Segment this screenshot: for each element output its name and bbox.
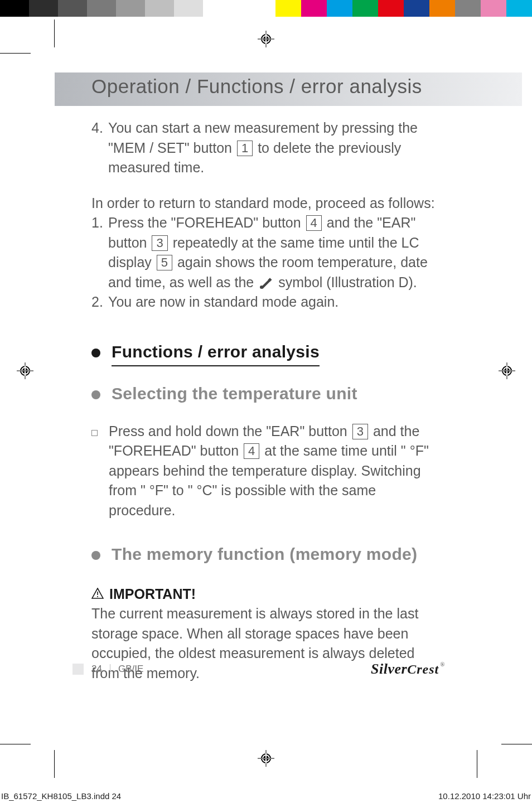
bullet-icon [91,390,100,399]
list-item: Press and hold down the "EAR" button 3 a… [91,422,444,521]
footer-left: 24 GB/IE [72,664,143,675]
bullet-icon [91,349,100,357]
printed-page: Operation / Functions / error analysis 4… [0,0,532,803]
brand-word-a: Silver [371,661,407,677]
color-swatch [455,0,481,17]
page-footer: 24 GB/IE SilverCrest® [72,661,445,678]
heading-row: Functions / error analysis [91,340,444,367]
step-item: 2. You are now in standard mode again. [108,292,444,312]
color-swatch [506,0,532,17]
body-text: In order to return to standard mode, pro… [91,194,444,214]
crop-mark [54,20,55,47]
body-text: Press the "FOREHEAD" button [108,215,305,230]
step-number: 1. [91,213,103,233]
locale-label: GB/IE [118,664,143,675]
divider-icon [110,664,110,674]
button-reference: 1 [237,141,253,156]
slug-filename: IB_61572_KH8105_LB3.indd 24 [1,791,121,801]
color-swatch [352,0,378,17]
crop-mark [501,744,532,744]
slug-datetime: 10.12.2010 14:23:01 Uhr [438,791,531,801]
gray-swatch [29,0,58,17]
body-text: symbol (Illustration D). [274,274,417,290]
registered-icon: ® [440,661,445,667]
registration-mark-right [499,362,515,379]
subsection-heading: Selecting the temperature unit [112,382,357,406]
button-reference: 3 [152,235,167,251]
crop-mark [477,750,477,778]
color-swatch [429,0,455,17]
registration-mark-bottom [258,750,274,767]
color-swatch [327,0,352,17]
color-calibration-bar-top [0,0,532,17]
page-title: Operation / Functions / error analysis [91,75,422,98]
gray-swatch [145,0,174,17]
gray-swatch [87,0,116,17]
color-swatch [404,0,429,17]
registration-mark-left [17,362,33,379]
color-swatch [481,0,506,17]
body-text: Press and hold down the "EAR" button [109,423,351,439]
bullet-icon [91,551,100,560]
gray-swatch [58,0,87,17]
footer-square-icon [72,664,84,675]
button-reference: 5 [157,255,172,270]
print-slug-line: IB_61572_KH8105_LB3.indd 24 10.12.2010 1… [1,791,531,801]
step-number: 2. [91,292,103,312]
thermometer-icon [259,274,273,287]
crop-mark [0,53,31,54]
step-item: 4. You can start a new measurement by pr… [108,118,444,178]
registration-mark-top [258,31,274,47]
button-reference: 4 [306,215,322,231]
gray-swatch [116,0,145,17]
step-number: 4. [91,118,103,138]
gray-swatch [174,0,203,17]
subsection-heading: The memory function (memory mode) [112,543,417,567]
document-body: 4. You can start a new measurement by pr… [91,118,444,699]
gray-swatch [203,0,232,17]
crop-mark [54,750,55,778]
warning-triangle-icon [91,584,104,596]
body-text: You are now in standard mode again. [108,294,338,309]
color-swatch [250,0,275,17]
color-swatch [378,0,404,17]
page-number: 24 [91,664,102,675]
heading-row: The memory function (memory mode) [91,543,444,567]
brand-logo: SilverCrest® [371,661,445,678]
important-label: IMPORTANT! [109,584,196,604]
checkbox-bullet-icon [91,430,98,436]
section-heading: Functions / error analysis [112,340,320,367]
svg-point-3 [97,596,98,597]
button-reference: 4 [244,443,259,459]
crop-mark [0,744,31,744]
heading-row: Selecting the temperature unit [91,382,444,406]
important-heading: IMPORTANT! [91,582,444,604]
color-swatch [275,0,301,17]
brand-word-b: Crest [407,662,439,676]
color-swatch [301,0,327,17]
svg-point-0 [260,286,263,289]
step-item: 1. Press the "FOREHEAD" button 4 and the… [108,213,444,292]
button-reference: 3 [352,424,368,439]
spacer [232,0,250,17]
gray-swatch [0,0,29,17]
